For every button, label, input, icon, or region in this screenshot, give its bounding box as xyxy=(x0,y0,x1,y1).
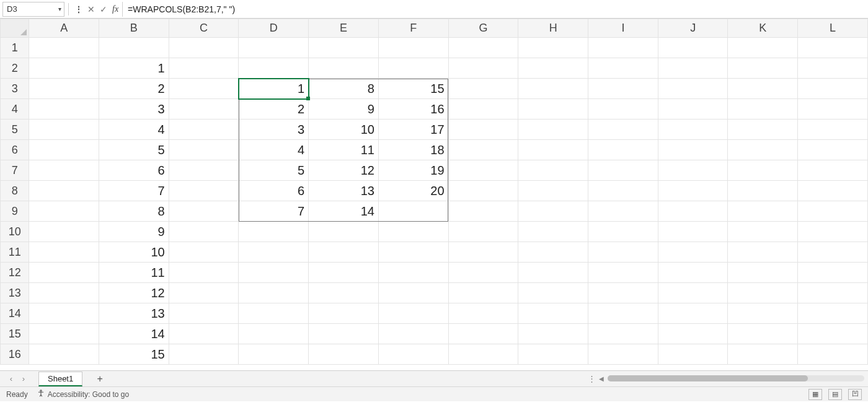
cell[interactable] xyxy=(728,79,798,99)
cell[interactable] xyxy=(588,38,658,58)
cell[interactable]: 4 xyxy=(239,140,309,160)
tab-nav-prev-icon[interactable]: ‹ xyxy=(5,373,17,385)
cell[interactable] xyxy=(588,324,658,344)
cell[interactable] xyxy=(29,242,99,263)
cell[interactable] xyxy=(378,324,448,344)
cell[interactable] xyxy=(518,324,588,344)
row-header[interactable]: 13 xyxy=(1,283,29,303)
cell[interactable] xyxy=(518,38,588,58)
cell[interactable] xyxy=(518,344,588,365)
cell[interactable] xyxy=(658,303,728,324)
column-header[interactable]: D xyxy=(239,19,309,38)
cell[interactable] xyxy=(309,58,379,79)
cell[interactable] xyxy=(169,58,239,79)
cell[interactable]: 3 xyxy=(239,120,309,140)
cell[interactable] xyxy=(518,120,588,140)
cell[interactable] xyxy=(169,38,239,58)
cell[interactable] xyxy=(588,120,658,140)
cell[interactable] xyxy=(658,242,728,263)
column-header[interactable]: J xyxy=(658,19,728,38)
row-header[interactable]: 4 xyxy=(1,99,29,120)
cell[interactable]: 9 xyxy=(99,222,169,242)
cell[interactable] xyxy=(239,324,309,344)
cell[interactable] xyxy=(728,160,798,181)
cell[interactable] xyxy=(29,263,99,283)
cell[interactable] xyxy=(588,303,658,324)
cell[interactable]: 19 xyxy=(378,160,448,181)
cell[interactable] xyxy=(728,140,798,160)
cell[interactable] xyxy=(448,140,518,160)
cell[interactable]: 3 xyxy=(99,99,169,120)
cell[interactable] xyxy=(518,79,588,99)
view-page-layout-icon[interactable]: ▤ xyxy=(828,389,842,400)
cell[interactable] xyxy=(728,283,798,303)
cell[interactable] xyxy=(798,38,868,58)
enter-icon[interactable]: ✓ xyxy=(97,3,110,15)
cell[interactable] xyxy=(169,303,239,324)
chevron-down-icon[interactable]: ▾ xyxy=(58,6,61,12)
cell[interactable] xyxy=(239,263,309,283)
cell[interactable] xyxy=(728,38,798,58)
cell[interactable] xyxy=(448,79,518,99)
row-header[interactable]: 6 xyxy=(1,140,29,160)
cell[interactable] xyxy=(658,201,728,222)
cell[interactable] xyxy=(798,79,868,99)
tab-strip-more-icon[interactable]: ⋮ xyxy=(588,374,596,383)
cell[interactable] xyxy=(99,38,169,58)
cell[interactable] xyxy=(798,303,868,324)
cell[interactable]: 15 xyxy=(99,344,169,365)
horizontal-scrollbar[interactable] xyxy=(608,375,864,381)
cell[interactable] xyxy=(378,38,448,58)
row-header[interactable]: 1 xyxy=(1,38,29,58)
cell[interactable] xyxy=(588,263,658,283)
more-options-icon[interactable]: ⋮ xyxy=(73,3,85,15)
cell[interactable] xyxy=(169,201,239,222)
cell[interactable] xyxy=(448,344,518,365)
cell[interactable]: 8 xyxy=(99,201,169,222)
cell[interactable] xyxy=(29,201,99,222)
cell[interactable] xyxy=(378,58,448,79)
cell[interactable] xyxy=(169,263,239,283)
cell[interactable] xyxy=(29,120,99,140)
cell[interactable] xyxy=(169,324,239,344)
name-box[interactable]: D3 ▾ xyxy=(2,2,64,17)
row-header[interactable]: 3 xyxy=(1,79,29,99)
cell[interactable]: 15 xyxy=(378,79,448,99)
cell[interactable]: 9 xyxy=(309,99,379,120)
cell[interactable] xyxy=(518,283,588,303)
worksheet-grid[interactable]: ABCDEFGHIJKL1213218154329165431017654111… xyxy=(0,19,868,370)
cell[interactable] xyxy=(448,120,518,140)
cell[interactable] xyxy=(658,324,728,344)
cell[interactable] xyxy=(798,58,868,79)
row-header[interactable]: 8 xyxy=(1,181,29,201)
scrollbar-thumb[interactable] xyxy=(608,375,808,381)
cell[interactable] xyxy=(448,181,518,201)
cell[interactable] xyxy=(658,283,728,303)
cell[interactable] xyxy=(309,263,379,283)
view-normal-icon[interactable]: ▦ xyxy=(808,389,822,400)
cell[interactable] xyxy=(448,242,518,263)
cell[interactable] xyxy=(29,140,99,160)
cell[interactable] xyxy=(169,222,239,242)
formula-input[interactable] xyxy=(122,2,866,17)
cell[interactable] xyxy=(169,283,239,303)
cell[interactable]: 5 xyxy=(99,140,169,160)
cell[interactable] xyxy=(239,38,309,58)
cell[interactable] xyxy=(378,303,448,324)
cell[interactable] xyxy=(309,222,379,242)
cell[interactable] xyxy=(658,344,728,365)
cell[interactable] xyxy=(309,283,379,303)
cell[interactable] xyxy=(518,140,588,160)
cell[interactable] xyxy=(518,201,588,222)
cell[interactable] xyxy=(378,201,448,222)
cell[interactable]: 20 xyxy=(378,181,448,201)
tab-nav-next-icon[interactable]: › xyxy=(17,373,30,385)
cell[interactable] xyxy=(728,242,798,263)
cell[interactable] xyxy=(518,303,588,324)
cell[interactable] xyxy=(798,324,868,344)
cell[interactable]: 6 xyxy=(239,181,309,201)
cell[interactable]: 7 xyxy=(99,181,169,201)
cell[interactable] xyxy=(658,181,728,201)
cell[interactable] xyxy=(728,344,798,365)
cell[interactable] xyxy=(29,38,99,58)
